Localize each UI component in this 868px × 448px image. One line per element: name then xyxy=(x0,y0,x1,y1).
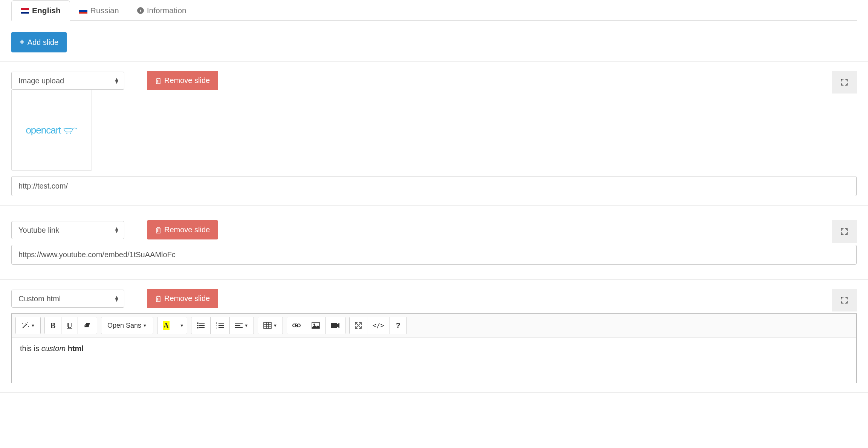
trash-icon xyxy=(155,227,161,233)
editor-eraser-button[interactable] xyxy=(78,317,97,334)
editor-italic-text: custom xyxy=(41,344,66,353)
editor-font-family-button[interactable]: Open Sans ▼ xyxy=(101,317,153,334)
expand-slide-button[interactable] xyxy=(832,220,857,243)
slide-type-select-wrap: Custom html ▲▼ xyxy=(11,290,124,308)
expand-icon xyxy=(841,228,848,235)
remove-slide-button[interactable]: Remove slide xyxy=(147,71,218,90)
remove-slide-label: Remove slide xyxy=(164,294,210,303)
remove-slide-label: Remove slide xyxy=(164,226,210,234)
tab-information-label: Information xyxy=(147,6,186,15)
expand-slide-button[interactable] xyxy=(832,289,857,311)
slide-panel-1: Image upload ▲▼ Remove slide opencart xyxy=(0,61,868,206)
editor-ol-button[interactable]: 123 xyxy=(211,317,230,334)
video-icon xyxy=(331,322,340,328)
html-editor: ▼ B U Open Sans ▼ xyxy=(11,313,857,383)
slide-type-select-wrap: Image upload ▲▼ xyxy=(11,72,124,90)
editor-magic-button[interactable]: ▼ xyxy=(16,317,40,334)
link-icon xyxy=(292,323,301,328)
add-slide-label: Add slide xyxy=(28,38,58,47)
svg-rect-5 xyxy=(199,325,205,326)
slide-panel-2: Youtube link ▲▼ Remove slide xyxy=(0,211,868,274)
caret-down-icon: ▼ xyxy=(180,323,184,328)
wand-icon xyxy=(21,321,29,330)
editor-paragraph-button[interactable]: ▼ xyxy=(230,317,254,334)
slide-type-select[interactable]: Image upload xyxy=(11,72,124,90)
opencart-logo: opencart xyxy=(26,124,77,136)
plus-icon: + xyxy=(20,37,24,47)
editor-forecolor-more-button[interactable]: ▼ xyxy=(175,317,187,334)
svg-rect-14 xyxy=(235,323,243,324)
editor-help-button[interactable]: ? xyxy=(390,317,406,334)
caret-down-icon: ▼ xyxy=(31,323,35,328)
trash-icon xyxy=(155,295,161,302)
editor-codeview-button[interactable]: </> xyxy=(367,317,390,334)
svg-point-6 xyxy=(197,327,199,328)
flag-en-icon xyxy=(21,8,29,14)
add-slide-button[interactable]: + Add slide xyxy=(11,32,67,52)
caret-down-icon: ▼ xyxy=(244,323,248,328)
editor-video-button[interactable] xyxy=(326,317,345,334)
editor-ul-button[interactable] xyxy=(191,317,211,334)
editor-table-button[interactable]: ▼ xyxy=(258,317,283,334)
remove-slide-button[interactable]: Remove slide xyxy=(147,220,218,239)
tab-information[interactable]: i Information xyxy=(128,0,196,21)
list-ol-icon: 123 xyxy=(216,322,224,329)
expand-icon xyxy=(841,297,848,304)
youtube-url-input[interactable] xyxy=(11,245,857,265)
tab-english-label: English xyxy=(32,6,61,15)
remove-slide-button[interactable]: Remove slide xyxy=(147,289,218,308)
svg-point-25 xyxy=(313,324,315,325)
svg-rect-26 xyxy=(331,323,337,328)
editor-forecolor-button[interactable]: A xyxy=(157,317,175,334)
slide-type-select[interactable]: Youtube link xyxy=(11,221,124,239)
tab-russian[interactable]: Russian xyxy=(70,0,128,21)
svg-rect-15 xyxy=(235,325,240,326)
list-ul-icon xyxy=(197,322,205,329)
editor-content-area[interactable]: this is custom html xyxy=(12,338,856,383)
flag-ru-icon xyxy=(79,8,87,14)
picture-icon xyxy=(312,322,320,329)
svg-rect-13 xyxy=(219,327,224,328)
slide-url-input[interactable] xyxy=(11,176,857,196)
svg-rect-3 xyxy=(199,323,205,324)
svg-point-2 xyxy=(197,322,199,324)
svg-point-1 xyxy=(70,132,71,133)
remove-slide-label: Remove slide xyxy=(164,76,210,85)
info-icon: i xyxy=(137,7,144,14)
image-upload-thumbnail[interactable]: opencart xyxy=(11,90,92,171)
slide-type-select[interactable]: Custom html xyxy=(11,290,124,308)
editor-toolbar: ▼ B U Open Sans ▼ xyxy=(12,314,856,338)
language-tabs: English Russian i Information xyxy=(11,0,857,21)
svg-rect-17 xyxy=(264,322,271,328)
editor-underline-button[interactable]: U xyxy=(61,317,78,334)
editor-picture-button[interactable] xyxy=(306,317,326,334)
editor-link-button[interactable] xyxy=(287,317,306,334)
slide-type-select-wrap: Youtube link ▲▼ xyxy=(11,221,124,239)
slide-panel-3: Custom html ▲▼ Remove slide ▼ xyxy=(0,279,868,393)
svg-rect-16 xyxy=(235,327,243,328)
svg-text:3: 3 xyxy=(216,327,217,329)
trash-icon xyxy=(155,77,161,84)
svg-rect-11 xyxy=(219,325,224,326)
svg-point-4 xyxy=(197,325,199,326)
editor-bold-text: html xyxy=(68,344,84,353)
svg-rect-9 xyxy=(219,323,224,324)
table-icon xyxy=(263,322,272,329)
tab-english[interactable]: English xyxy=(11,0,70,21)
caret-down-icon: ▼ xyxy=(273,323,277,328)
expand-icon xyxy=(841,79,848,86)
editor-bold-button[interactable]: B xyxy=(45,317,61,334)
arrows-alt-icon xyxy=(355,322,362,329)
caret-down-icon: ▼ xyxy=(143,323,147,328)
editor-fullscreen-button[interactable] xyxy=(350,317,367,334)
tab-russian-label: Russian xyxy=(90,6,119,15)
expand-slide-button[interactable] xyxy=(832,71,857,94)
svg-rect-7 xyxy=(199,327,205,328)
svg-point-0 xyxy=(66,132,67,133)
align-icon xyxy=(235,322,243,329)
eraser-icon xyxy=(83,322,92,329)
